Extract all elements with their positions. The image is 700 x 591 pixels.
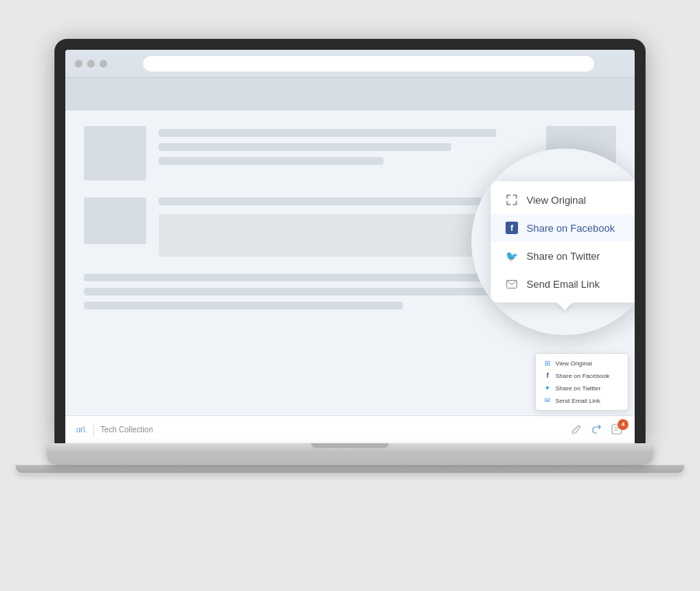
small-menu-item-share-twitter[interactable]: ✦ Share on Twitter [536,382,628,394]
thumbnail-large [84,126,146,180]
menu-item-share-twitter[interactable]: 🐦 Share on Twitter [491,242,635,270]
text-line [159,157,383,165]
text-line [159,129,496,137]
badge: 4 [618,419,628,430]
bottom-collection: Tech Collection [100,425,153,434]
browser-address-bar [143,56,594,72]
page-header [65,78,635,110]
text-lines-1 [159,126,534,165]
small-facebook-icon: f [544,372,551,379]
laptop-base [47,443,653,465]
large-context-menu: View Original f Share on Facebook [491,181,635,302]
share-icon[interactable] [591,424,604,436]
screen-inner: View Original f Share on Facebook [65,50,635,443]
browser-dot-1 [75,60,82,68]
bottom-url: url. [76,425,87,434]
bottom-actions: 4 [571,424,624,436]
bottom-divider [93,425,94,435]
text-line [84,288,499,296]
menu-item-view-original[interactable]: View Original [491,186,635,214]
menu-label-share-facebook: Share on Facebook [527,222,614,234]
small-menu-item-view-original[interactable]: ⊞ View Original [536,357,628,369]
browser-chrome [65,50,635,78]
page-content: View Original f Share on Facebook [65,78,635,443]
small-menu-item-send-email[interactable]: ✉ Send Email Link [536,394,628,407]
email-icon [505,277,519,291]
edit-icon[interactable] [571,424,583,436]
laptop-wrapper: View Original f Share on Facebook [47,39,653,552]
menu-tail [557,302,572,310]
small-context-menu: ⊞ View Original f Share on Facebook ✦ Sh… [535,353,628,411]
menu-label-send-email: Send Email Link [527,278,600,290]
text-line [84,302,403,309]
bookmark-icon[interactable]: 4 [611,424,624,436]
text-line [159,143,451,151]
menu-label-share-twitter: Share on Twitter [527,250,600,262]
small-email-icon: ✉ [544,397,551,404]
menu-item-share-facebook[interactable]: f Share on Facebook [491,214,635,242]
small-menu-label-share-facebook: Share on Facebook [555,372,610,379]
small-menu-label-view-original: View Original [555,360,592,367]
menu-item-send-email[interactable]: Send Email Link [491,270,635,298]
small-twitter-icon: ✦ [544,384,551,392]
laptop-screen: View Original f Share on Facebook [54,39,646,443]
facebook-icon: f [505,221,519,235]
thumbnail-medium [84,198,146,244]
small-expand-icon: ⊞ [544,359,551,367]
browser-dot-3 [100,60,107,68]
laptop-base-bottom [16,465,684,473]
small-menu-item-share-facebook[interactable]: f Share on Facebook [536,369,628,382]
expand-icon [505,193,519,207]
small-menu-label-share-twitter: Share on Twitter [555,385,600,392]
menu-label-view-original: View Original [527,194,586,206]
browser-dot-2 [87,60,95,68]
twitter-icon: 🐦 [505,249,519,263]
page-bottom-bar: url. Tech Collection [65,415,635,443]
small-menu-label-send-email: Send Email Link [555,397,600,404]
